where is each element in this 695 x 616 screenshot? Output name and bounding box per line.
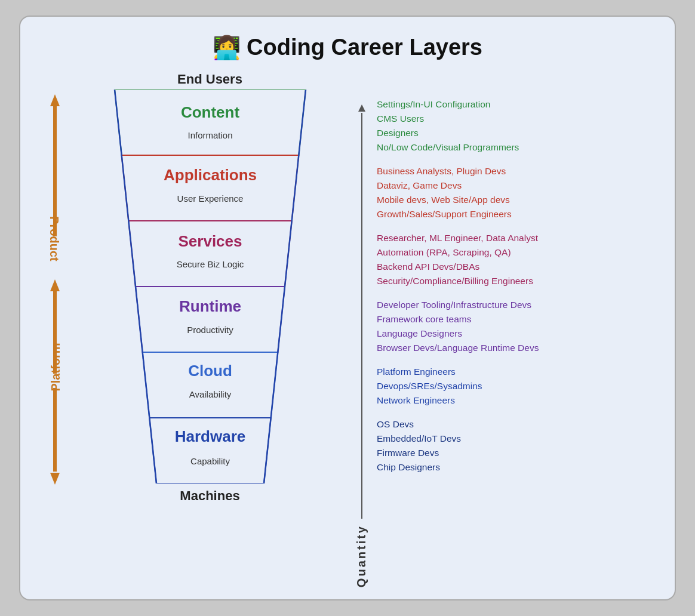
- annotation-runtime-line1: Developer Tooling/Infrastructure Devs: [377, 298, 657, 312]
- quantity-axis: Quantity: [355, 104, 368, 587]
- annotation-hardware-line4: Chip Designers: [377, 460, 657, 475]
- annotation-services-line3: Backend API Devs/DBAs: [377, 260, 657, 274]
- axis-arrow-top: [358, 104, 365, 112]
- layer-hardware-title: Hardware: [174, 427, 245, 445]
- quantity-axis-line: [361, 113, 362, 519]
- title-emoji: 👩‍💻: [213, 35, 241, 61]
- quantity-label: Quantity: [355, 525, 368, 587]
- layer-services-title: Services: [178, 232, 242, 250]
- machines-label: Machines: [180, 488, 239, 504]
- annotation-content-line4: No/Low Code/Visual Programmers: [377, 140, 657, 155]
- svg-text:Product: Product: [48, 216, 61, 261]
- svg-marker-11: [136, 287, 285, 352]
- annotation-cloud-line3: Network Engineers: [377, 393, 657, 408]
- svg-rect-6: [53, 388, 57, 472]
- annotation-content-line1: Settings/In-UI Configuration: [377, 97, 657, 112]
- annotation-runtime-line3: Language Designers: [377, 327, 657, 341]
- annotation-runtime-line2: Framework core teams: [377, 312, 657, 327]
- annotation-runtime: Developer Tooling/Infrastructure Devs Fr…: [373, 293, 657, 360]
- annotation-hardware: OS Devs Embedded/IoT Devs Firmware Devs …: [373, 412, 657, 479]
- platform-arrow-svg: Platform: [42, 275, 68, 489]
- annotation-apps-line4: Growth/Sales/Support Engineers: [377, 207, 657, 221]
- layer-hardware-sub: Capability: [190, 456, 230, 466]
- annotation-cloud: Platform Engineers Devops/SREs/Sysadmins…: [373, 360, 657, 412]
- annotation-services-line1: Researcher, ML Engineer, Data Analyst: [377, 231, 657, 245]
- arrows-column: Product Platform: [38, 90, 71, 489]
- annotation-applications: Business Analysts, Plugin Devs Dataviz, …: [373, 159, 657, 226]
- main-layout: Product Platform End User: [38, 72, 657, 587]
- layer-cloud-title: Cloud: [188, 362, 232, 380]
- annotation-content: Settings/In-UI Configuration CMS Users D…: [373, 93, 657, 159]
- svg-text:Platform: Platform: [49, 343, 62, 391]
- annotation-hardware-line3: Firmware Devs: [377, 446, 657, 460]
- annotation-hardware-line1: OS Devs: [377, 417, 657, 432]
- annotation-services: Researcher, ML Engineer, Data Analyst Au…: [373, 226, 657, 293]
- annotations-column: Settings/In-UI Configuration CMS Users D…: [373, 93, 657, 479]
- annotation-services-line4: Security/Compliance/Billing Engineers: [377, 274, 657, 288]
- page-title: 👩‍💻 Coding Career Layers: [213, 35, 482, 61]
- annotation-runtime-line4: Browser Devs/Language Runtime Devs: [377, 341, 657, 355]
- svg-marker-8: [115, 90, 306, 155]
- annotation-cloud-line1: Platform Engineers: [377, 365, 657, 379]
- layer-applications-sub: User Experience: [177, 193, 243, 204]
- layer-content-title: Content: [180, 103, 239, 121]
- end-users-label: End Users: [177, 72, 242, 87]
- svg-marker-10: [128, 221, 291, 287]
- layer-runtime-title: Runtime: [179, 297, 241, 315]
- annotation-hardware-line2: Embedded/IoT Devs: [377, 432, 657, 446]
- svg-marker-7: [50, 473, 60, 485]
- svg-marker-9: [121, 155, 299, 221]
- layer-applications-title: Applications: [163, 166, 256, 184]
- annotation-cloud-line2: Devops/SREs/Sysadmins: [377, 379, 657, 393]
- annotation-apps-line3: Mobile devs, Web Site/App devs: [377, 193, 657, 207]
- funnel-column: End Users: [71, 72, 349, 504]
- funnel-svg: Content Information Applications User Ex…: [97, 90, 324, 483]
- left-section: Product Platform End User: [38, 72, 349, 504]
- annotation-apps-line1: Business Analysts, Plugin Devs: [377, 164, 657, 178]
- annotation-content-line3: Designers: [377, 126, 657, 140]
- funnel-svg-wrapper: Content Information Applications User Ex…: [97, 90, 324, 486]
- svg-marker-3: [50, 279, 60, 291]
- layer-runtime-sub: Productivity: [187, 325, 233, 335]
- layer-cloud-sub: Availability: [189, 389, 231, 399]
- main-card: 👩‍💻 Coding Career Layers Product: [19, 16, 676, 600]
- annotation-apps-line2: Dataviz, Game Devs: [377, 178, 657, 193]
- product-arrow-svg: Product: [42, 90, 68, 275]
- annotation-content-line2: CMS Users: [377, 112, 657, 126]
- svg-marker-0: [50, 94, 60, 106]
- annotation-services-line2: Automation (RPA, Scraping, QA): [377, 245, 657, 260]
- layer-content-sub: Information: [187, 130, 232, 140]
- right-section: Quantity Settings/In-UI Configuration CM…: [355, 93, 657, 587]
- title-row: 👩‍💻 Coding Career Layers: [38, 35, 657, 61]
- layer-services-sub: Secure Biz Logic: [176, 259, 244, 269]
